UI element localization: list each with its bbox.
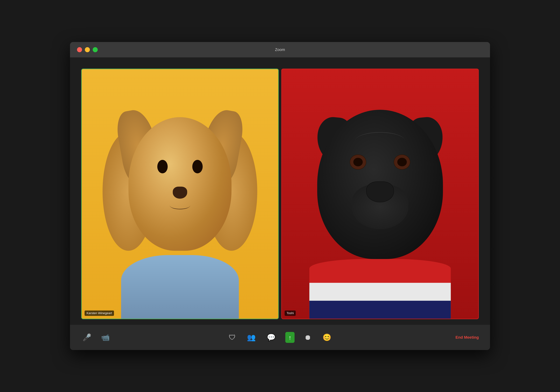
zoom-window: Zoom <box>70 42 490 350</box>
pug-stripe-white <box>309 283 451 301</box>
participant-tile-karsten[interactable]: Karsten Winegeart <box>81 69 279 319</box>
fluffy-eye-right <box>192 160 203 173</box>
end-meeting-button[interactable]: End Meeting <box>456 335 479 340</box>
pug-stripe-blue <box>309 301 451 319</box>
fluffy-nose <box>173 187 187 199</box>
reactions-button[interactable] <box>321 332 333 342</box>
reactions-icon <box>322 334 331 341</box>
maximize-button[interactable] <box>93 47 98 52</box>
mute-button[interactable] <box>81 332 93 342</box>
pug-face <box>317 110 443 259</box>
pug-nose <box>366 181 394 202</box>
fluffy-body <box>121 255 239 319</box>
toolbar-right: End Meeting <box>456 335 479 340</box>
fluffy-mouth <box>170 201 190 209</box>
participants-button[interactable] <box>246 332 257 342</box>
chat-icon <box>267 334 276 341</box>
toolbar-center <box>227 332 333 343</box>
traffic-lights <box>77 47 98 52</box>
participants-grid: Karsten Winegeart <box>81 69 479 319</box>
share-screen-icon <box>288 334 291 341</box>
dog-toshi <box>301 94 459 319</box>
titlebar: Zoom <box>70 42 490 57</box>
security-button[interactable] <box>227 332 237 342</box>
video-icon <box>101 334 110 341</box>
window-title: Zoom <box>275 48 285 52</box>
mic-icon <box>83 334 91 341</box>
minimize-button[interactable] <box>85 47 90 52</box>
toolbar: End Meeting <box>70 325 490 350</box>
fluffy-head <box>128 117 231 266</box>
record-icon <box>304 334 311 341</box>
chat-button[interactable] <box>265 332 277 342</box>
participant-tile-toshi[interactable]: Toshi <box>281 69 479 319</box>
video-feed-toshi <box>282 69 478 319</box>
pug-eye-left <box>350 155 366 170</box>
participant-name-karsten: Karsten Winegeart <box>85 311 114 316</box>
participants-icon <box>247 334 256 341</box>
fluffy-face <box>128 117 231 251</box>
pug-head <box>317 110 443 259</box>
video-feed-karsten <box>82 69 278 319</box>
toolbar-left <box>81 332 111 342</box>
participant-name-toshi: Toshi <box>285 311 296 316</box>
record-button[interactable] <box>303 332 313 342</box>
video-area: Karsten Winegeart <box>70 57 490 325</box>
pug-stripe-red <box>309 259 451 283</box>
video-button[interactable] <box>100 332 111 342</box>
main-content: Karsten Winegeart <box>70 57 490 350</box>
security-icon <box>229 334 236 341</box>
pug-eye-right <box>394 155 410 170</box>
close-button[interactable] <box>77 47 82 52</box>
dog-karsten <box>106 107 254 319</box>
pug-body <box>309 259 451 319</box>
pug-wrinkle <box>355 132 405 150</box>
fluffy-eye-left <box>157 160 168 173</box>
share-screen-button[interactable] <box>285 332 295 343</box>
